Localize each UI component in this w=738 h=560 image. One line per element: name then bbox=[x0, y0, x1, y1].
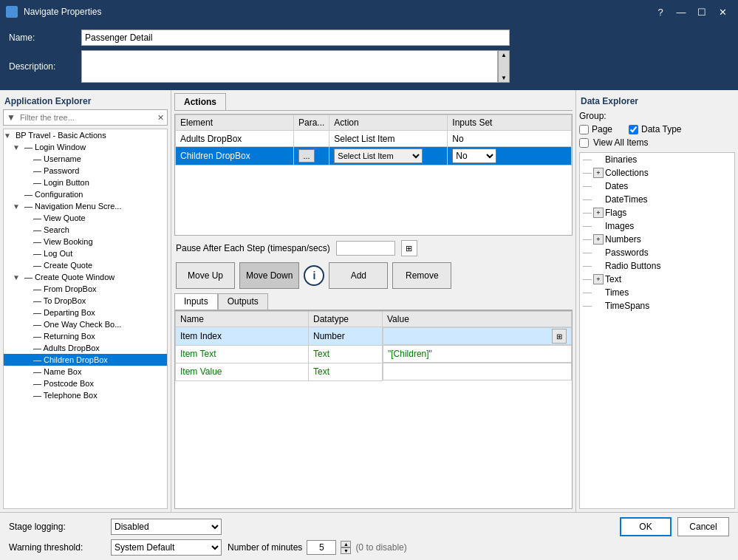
data-tree-item-3[interactable]: —DateTimes bbox=[580, 193, 734, 206]
expand-btn-4[interactable]: + bbox=[593, 208, 604, 218]
spin-down-button[interactable]: ▼ bbox=[341, 547, 351, 554]
tree-node-password[interactable]: — Password bbox=[4, 165, 167, 177]
action-row-1[interactable]: Children DropBox...Select List ItemNo bbox=[176, 147, 572, 165]
close-button[interactable]: ✕ bbox=[713, 4, 732, 20]
tree-expand-create-quote-window[interactable]: ▼ bbox=[13, 273, 23, 281]
action-row-0[interactable]: Adults DropBoxSelect List ItemNo bbox=[176, 131, 572, 147]
tree-node-username[interactable]: — Username bbox=[4, 153, 167, 165]
ok-button[interactable]: OK bbox=[620, 517, 672, 536]
data-tree[interactable]: —Binaries—+Collections—Dates—DateTimes—+… bbox=[579, 152, 735, 509]
tree-node-log-out[interactable]: — Log Out bbox=[4, 247, 167, 259]
data-tree-item-4[interactable]: —+Flags bbox=[580, 206, 734, 219]
data-type-checkbox[interactable] bbox=[629, 125, 638, 134]
tree-node-create-quote-window[interactable]: ▼— Create Quote Window bbox=[4, 271, 167, 283]
data-tree-item-0[interactable]: —Binaries bbox=[580, 153, 734, 166]
actions-table: Element Para... Action Inputs Set Adults… bbox=[175, 115, 572, 165]
input-row-0: Item IndexNumber⊞ bbox=[176, 327, 572, 346]
action-para-1[interactable]: ... bbox=[294, 147, 329, 165]
input-value-2 bbox=[383, 363, 572, 380]
action-select-1[interactable]: Select List Item bbox=[334, 148, 423, 163]
info-button[interactable]: i bbox=[304, 265, 324, 286]
warning-threshold-row: Warning threshold: System Default Number… bbox=[9, 539, 729, 556]
pause-calc-button[interactable]: ⊞ bbox=[401, 240, 417, 256]
actions-tab[interactable]: Actions bbox=[174, 93, 226, 110]
name-input[interactable] bbox=[81, 30, 510, 46]
group-label: Group: bbox=[579, 111, 607, 121]
tree-node-from-dropdown[interactable]: — From DropBox bbox=[4, 283, 167, 295]
inputs-table-wrapper: Name Datatype Value Item IndexNumber⊞Ite… bbox=[174, 310, 573, 509]
tree-node-children-dropdown[interactable]: — Children DropBox bbox=[4, 354, 167, 366]
move-down-button[interactable]: Move Down bbox=[239, 262, 299, 289]
tree-node-name-box[interactable]: — Name Box bbox=[4, 366, 167, 378]
stage-logging-select[interactable]: DisabledEnabled bbox=[111, 519, 222, 535]
tree-expand-bp-travel[interactable]: ▼ bbox=[4, 132, 14, 140]
ellipsis-btn-1[interactable]: ... bbox=[298, 149, 315, 163]
data-expand-9[interactable]: + bbox=[593, 274, 604, 284]
tree-node-returning-box[interactable]: — Returning Box bbox=[4, 330, 167, 342]
tree-node-nav-menu[interactable]: ▼— Navigation Menu Scre... bbox=[4, 200, 167, 212]
data-tree-item-5[interactable]: —Images bbox=[580, 219, 734, 233]
filter-clear-icon[interactable]: ✕ bbox=[154, 112, 167, 124]
data-tree-item-1[interactable]: —+Collections bbox=[580, 166, 734, 180]
tree-node-view-booking[interactable]: — View Booking bbox=[4, 236, 167, 247]
data-tree-item-2[interactable]: —Dates bbox=[580, 180, 734, 193]
remove-button[interactable]: Remove bbox=[392, 262, 451, 289]
input-row-2: Item ValueText bbox=[176, 363, 572, 380]
desc-input[interactable] bbox=[81, 50, 498, 83]
input-calc-btn-0[interactable]: ⊞ bbox=[552, 329, 567, 344]
tree-node-configuration[interactable]: — Configuration bbox=[4, 188, 167, 200]
pause-input[interactable] bbox=[336, 241, 395, 256]
scroll-down-icon[interactable]: ▼ bbox=[501, 75, 507, 81]
minutes-input[interactable] bbox=[307, 540, 336, 555]
maximize-button[interactable]: ☐ bbox=[692, 4, 711, 20]
application-tree[interactable]: ▼BP Travel - Basic Actions▼— Login Windo… bbox=[3, 129, 168, 509]
view-all-checkbox[interactable] bbox=[579, 138, 589, 148]
add-button[interactable]: Add bbox=[329, 262, 388, 289]
filter-input[interactable] bbox=[18, 110, 154, 125]
tree-node-departing-box[interactable]: — Departing Box bbox=[4, 307, 167, 318]
warning-threshold-label: Warning threshold: bbox=[9, 542, 105, 553]
data-tree-item-6[interactable]: —+Numbers bbox=[580, 233, 734, 246]
expand-btn-1[interactable]: + bbox=[593, 168, 604, 178]
tree-node-one-way-check[interactable]: — One Way Check Bo... bbox=[4, 318, 167, 330]
checkbox-row: Page Data Type bbox=[579, 123, 735, 136]
move-up-button[interactable]: Move Up bbox=[176, 262, 235, 289]
tree-node-create-quote[interactable]: — Create Quote bbox=[4, 259, 167, 271]
page-checkbox[interactable] bbox=[579, 125, 589, 134]
tree-node-view-quote[interactable]: — View Quote bbox=[4, 212, 167, 224]
minimize-button[interactable]: — bbox=[672, 4, 691, 20]
spin-up-button[interactable]: ▲ bbox=[341, 541, 351, 547]
cancel-button[interactable]: Cancel bbox=[677, 517, 729, 536]
inputs-set-select-1[interactable]: No bbox=[452, 148, 496, 163]
tree-line-0: — bbox=[583, 154, 592, 165]
tree-node-login-btn[interactable]: — Login Button bbox=[4, 177, 167, 188]
tree-line-7: — bbox=[583, 247, 592, 258]
tree-expand-nav-menu[interactable]: ▼ bbox=[13, 202, 23, 211]
scroll-up-icon[interactable]: ▲ bbox=[501, 52, 507, 58]
action-action-0[interactable]: Select List Item bbox=[329, 131, 448, 147]
action-action-1[interactable]: Select List Item bbox=[329, 147, 448, 165]
tree-node-adults-dropdown[interactable]: — Adults DropBox bbox=[4, 342, 167, 354]
data-tree-item-7[interactable]: —Passwords bbox=[580, 246, 734, 259]
data-tree-item-11[interactable]: —TimeSpans bbox=[580, 299, 734, 313]
expand-btn-9[interactable]: + bbox=[593, 274, 604, 284]
tree-node-telephone-box[interactable]: — Telephone Box bbox=[4, 389, 167, 401]
tree-node-to-dropdown[interactable]: — To DropBox bbox=[4, 295, 167, 307]
data-tree-item-8[interactable]: —Radio Buttons bbox=[580, 259, 734, 273]
expand-btn-6[interactable]: + bbox=[593, 234, 604, 245]
tree-node-login-window[interactable]: ▼— Login Window bbox=[4, 141, 167, 153]
outputs-tab[interactable]: Outputs bbox=[218, 293, 268, 310]
data-expand-4[interactable]: + bbox=[593, 208, 604, 218]
tree-node-postcode-box[interactable]: — Postcode Box bbox=[4, 378, 167, 389]
inputs-tab[interactable]: Inputs bbox=[174, 293, 218, 310]
tree-expand-login-window[interactable]: ▼ bbox=[13, 143, 23, 151]
warning-threshold-select[interactable]: System Default bbox=[111, 539, 222, 556]
tree-label-nav-menu: — Navigation Menu Scre... bbox=[24, 202, 121, 211]
help-button[interactable]: ? bbox=[651, 4, 670, 20]
data-expand-1[interactable]: + bbox=[593, 168, 604, 178]
data-tree-item-9[interactable]: —+Text bbox=[580, 273, 734, 286]
tree-node-search[interactable]: — Search bbox=[4, 224, 167, 236]
data-tree-item-10[interactable]: —Times bbox=[580, 286, 734, 299]
tree-node-bp-travel[interactable]: ▼BP Travel - Basic Actions bbox=[4, 129, 167, 141]
data-expand-6[interactable]: + bbox=[593, 234, 604, 245]
